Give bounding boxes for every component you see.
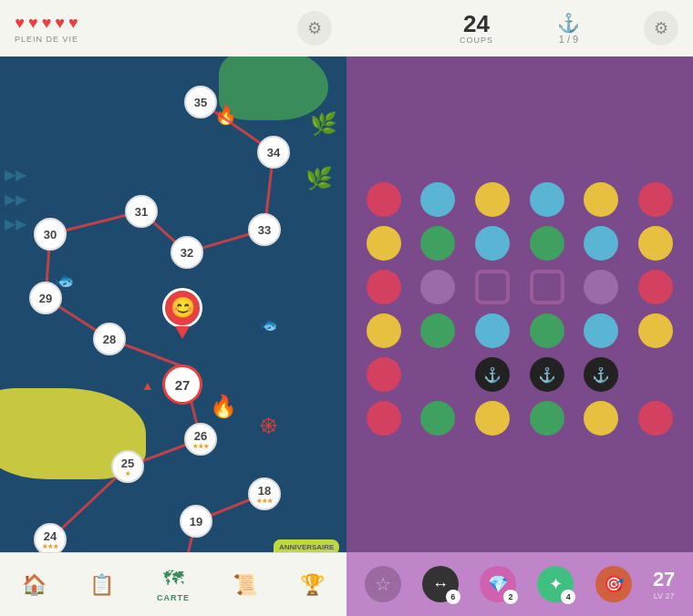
anniversary-container[interactable]: ANNIVERSAIRE 🎂 [274,539,319,552]
level-node-31[interactable]: 31 [125,195,158,228]
nav-item-trophy[interactable]: 🏆 [289,566,336,604]
dot-2-2-connector[interactable] [475,270,510,304]
dot-0-1[interactable] [420,182,455,217]
right-gear-button[interactable]: ⚙ [644,11,678,46]
dot-4-1 [420,357,455,392]
dot-0-2[interactable] [475,182,510,217]
tool-target[interactable]: 🎯 [595,566,632,602]
seaweed-1: 🌿 [310,111,337,137]
level-progress: 1 / 9 [559,34,578,45]
dot-4-2-anchor[interactable]: ⚓ [475,357,510,392]
home-icon: 🏠 [22,573,47,597]
flame-1: 🔥 [214,104,237,126]
dot-0-3[interactable] [530,182,564,217]
dot-4-0[interactable] [367,357,401,392]
dot-1-5[interactable] [638,226,673,261]
heart-3: ♥ [42,14,52,33]
dot-1-0[interactable] [367,226,401,261]
dot-2-4[interactable] [584,270,618,304]
nav-item-list[interactable]: 📋 [78,566,125,604]
pin-tail [175,326,190,339]
level-node-34[interactable]: 34 [257,136,290,169]
list-icon: 📋 [89,573,114,597]
tool-exchange[interactable]: ↔ 6 [422,566,459,602]
tool-gem[interactable]: 💎 2 [480,566,516,602]
dot-5-2[interactable] [475,401,510,436]
dot-3-5[interactable] [638,313,673,348]
level-node-25[interactable]: 25 ★ [111,450,144,483]
level-node-32[interactable]: 32 [171,236,203,269]
dot-3-3[interactable] [530,313,564,348]
level-node-19[interactable]: 19 [180,505,212,538]
level-node-27[interactable]: 27 [162,364,202,405]
heart-1: ♥ [15,14,25,33]
level-node-33[interactable]: 33 [248,213,281,246]
trophy-icon: 🏆 [300,573,325,597]
heart-4: ♥ [55,14,65,33]
level-node-30[interactable]: 30 [34,218,67,251]
level-node-24[interactable]: 24 ★★★ [34,523,67,552]
dot-2-1[interactable] [420,270,455,304]
dot-2-3-connector[interactable] [530,270,564,304]
dot-2-5[interactable] [638,270,673,304]
steering-wheel: ⎈ [260,407,277,441]
node-24-stars: ★★★ [42,543,58,549]
seaweed-2: 🌿 [305,166,333,191]
dot-1-4[interactable] [584,226,618,261]
level-node-28[interactable]: 28 [93,323,126,355]
level-section: 27 LV 27 [653,568,675,601]
moves-section: 24 COUPS [460,12,493,45]
dot-0-0[interactable] [367,182,401,217]
game-panel: 24 COUPS ⚓ 1 / 9 ⚙ [346,0,693,616]
dot-1-3[interactable] [530,226,564,261]
dot-5-3[interactable] [530,401,564,436]
current-level-pin[interactable]: 😊 [162,288,202,339]
level-info: ⚓ 1 / 9 [557,12,580,45]
carte-label: CARTE [157,593,190,602]
nav-item-scroll[interactable]: 📜 [222,566,268,604]
gem-icon: 💎 2 [480,566,516,602]
left-header: ♥ ♥ ♥ ♥ ♥ PLEIN DE VIE ⚙ [0,0,346,56]
target-icon: 🎯 [595,566,632,602]
lv-number: 27 [653,568,675,591]
dot-3-1[interactable] [420,313,455,348]
dot-1-1[interactable] [420,226,455,261]
nav-item-home[interactable]: 🏠 [11,566,57,604]
scroll-icon: 📜 [233,573,257,597]
dot-5-5[interactable] [638,401,673,436]
star-button[interactable]: ☆ [365,566,401,602]
fish-2: 🐟 [260,316,278,334]
dot-5-1[interactable] [420,401,455,436]
right-header: 24 COUPS ⚓ 1 / 9 ⚙ [346,0,693,56]
left-gear-button[interactable]: ⚙ [297,11,332,46]
lv-label: LV 27 [654,591,675,601]
arrow-1: ▶▶ [5,166,26,183]
node-18-stars: ★★★ [256,498,273,504]
dot-4-3-anchor[interactable]: ⚓ [530,357,564,392]
map-icon: 🗺 [163,567,183,590]
hearts-section: ♥ ♥ ♥ ♥ ♥ PLEIN DE VIE [15,14,78,44]
dot-3-4[interactable] [584,313,618,348]
dot-0-4[interactable] [584,182,618,217]
heart-2: ♥ [28,14,38,33]
flame-2: 🔥 [210,394,237,419]
heart-5: ♥ [68,14,78,33]
level-node-18[interactable]: 18 ★★★ [248,477,281,510]
dot-3-2[interactable] [475,313,510,348]
sparkle-icon: ✦ 4 [537,566,574,602]
level-node-35[interactable]: 35 [184,86,217,118]
dot-0-5[interactable] [638,182,673,217]
dot-4-4-anchor[interactable]: ⚓ [584,357,618,392]
dot-3-0[interactable] [367,313,401,348]
tool-sparkle[interactable]: ✦ 4 [537,566,574,602]
node-26-stars: ★★★ [192,443,209,449]
hearts-row: ♥ ♥ ♥ ♥ ♥ [15,14,78,33]
dot-5-4[interactable] [584,401,618,436]
level-node-29[interactable]: 29 [29,282,62,314]
dot-5-0[interactable] [367,401,401,436]
nav-item-carte[interactable]: 🗺 CARTE [146,560,201,610]
map-area: ▶▶ ▶▶ ▶▶ 🐟 🐟 🌿 🌿 🔥 🔥 ⎈ ▲ [0,56,346,552]
dot-2-0[interactable] [367,270,401,304]
level-node-26[interactable]: 26 ★★★ [184,423,217,456]
dot-1-2[interactable] [475,226,510,261]
